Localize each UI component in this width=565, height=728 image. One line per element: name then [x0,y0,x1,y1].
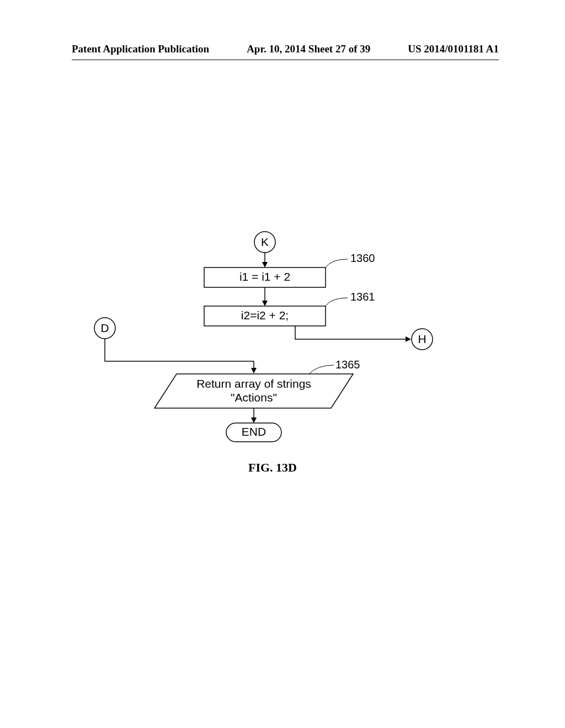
page-header: Patent Application Publication Apr. 10, … [72,43,499,55]
edge-1361-to-h [295,326,410,339]
step-1361-text: i2=i2 + 2; [241,309,289,322]
header-center: Apr. 10, 2014 Sheet 27 of 39 [247,43,370,55]
figure-area: K i1 = i1 + 2 1360 i2=i2 + 2; [77,229,497,505]
step-1361: i2=i2 + 2; [204,306,326,326]
connector-h-label: H [418,333,426,345]
ref-1361: 1361 [326,291,375,306]
terminator-end: END [226,423,281,442]
connector-k: K [254,232,275,253]
header-left: Patent Application Publication [72,43,209,55]
ref-1361-text: 1361 [350,291,375,303]
connector-d: D [94,318,115,339]
step-1365-line1: Return array of strings [196,377,311,390]
connector-h: H [412,329,433,350]
connector-k-label: K [261,235,269,248]
step-1365: Return array of strings "Actions" [154,374,353,408]
ref-1360: 1360 [326,252,375,267]
ref-1365-text: 1365 [335,358,360,371]
terminator-end-text: END [242,425,266,438]
ref-1365: 1365 [309,358,360,374]
edge-d-to-1365 [105,339,254,372]
header-rule [72,60,499,60]
header-right: US 2014/0101181 A1 [408,43,499,55]
page: Patent Application Publication Apr. 10, … [0,0,565,728]
connector-d-label: D [100,322,109,334]
ref-1360-text: 1360 [350,252,375,264]
step-1360: i1 = i1 + 2 [204,267,326,287]
figure-label: FIG. 13D [248,461,297,475]
step-1360-text: i1 = i1 + 2 [239,270,290,283]
step-1365-line2: "Actions" [231,391,277,404]
